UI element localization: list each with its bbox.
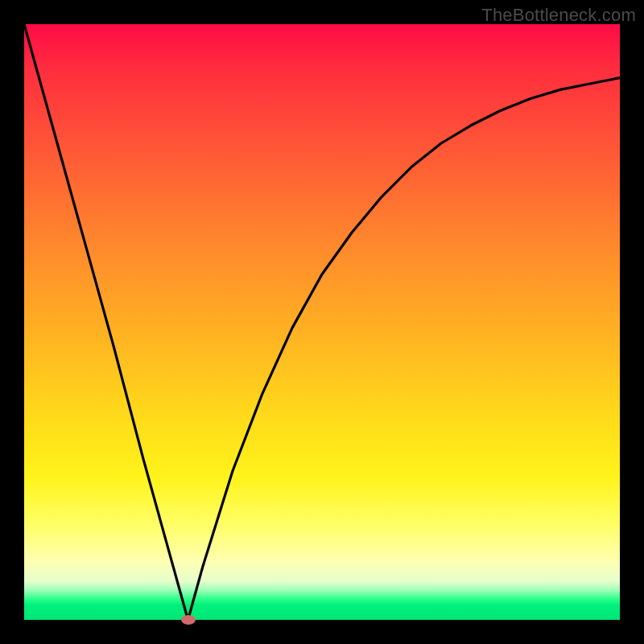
curve-layer xyxy=(24,24,620,620)
minimum-marker xyxy=(181,615,196,625)
bottleneck-curve xyxy=(24,24,620,620)
watermark-text: TheBottleneck.com xyxy=(481,5,636,26)
plot-area xyxy=(24,24,620,620)
chart-stage: TheBottleneck.com xyxy=(0,0,644,644)
